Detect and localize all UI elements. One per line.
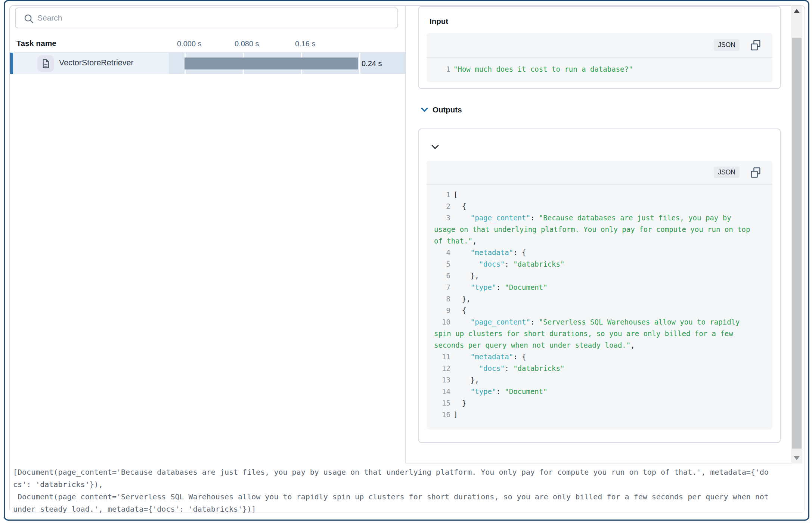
line-number: 3	[434, 212, 450, 224]
scrollbar-track[interactable]	[791, 6, 802, 463]
code-line: 14 "type": "Document"	[434, 386, 763, 397]
chevron-down-icon[interactable]	[421, 107, 428, 112]
line-number: 16	[434, 409, 450, 421]
input-card: Input JSON 1"How much does it cost to ru…	[418, 6, 781, 89]
line-number: 15	[434, 397, 450, 409]
raw-output-panel: [Document(page_content='Because database…	[10, 463, 805, 512]
code-line: 13 },	[434, 374, 763, 386]
line-number: 12	[434, 363, 450, 374]
code-line: 12 "docs": "databricks"	[434, 363, 763, 374]
timeline-tick-label: 0.080 s	[235, 40, 259, 48]
outputs-card: JSON 1[2 {3 "page_content": "Because dat…	[418, 128, 781, 443]
code-line: 15 }	[434, 397, 763, 409]
raw-output-line: Document(page_content='Serverless SQL Wa…	[13, 491, 805, 503]
selected-row-accent	[10, 53, 13, 74]
scroll-down-icon[interactable]	[794, 456, 800, 460]
json-format-badge[interactable]: JSON	[714, 39, 740, 51]
code-line: 6 },	[434, 270, 763, 282]
input-code-block: JSON 1"How much does it cost to run a da…	[427, 33, 772, 82]
line-number: 10	[434, 316, 450, 328]
scroll-up-icon[interactable]	[794, 9, 800, 13]
line-number: 9	[434, 305, 450, 316]
code-line: 1[	[434, 189, 763, 201]
outputs-title: Outputs	[433, 105, 462, 114]
code-line: 8 },	[434, 293, 763, 305]
line-number: 4	[434, 247, 450, 258]
search-input[interactable]	[37, 9, 388, 27]
document-icon	[37, 55, 54, 72]
line-number: 14	[434, 386, 450, 397]
line-number: 13	[434, 374, 450, 386]
line-number: 7	[434, 282, 450, 293]
code-line: 10 "page_content": "Serverless SQL Wareh…	[434, 316, 763, 328]
code-line: 11 "metadata": {	[434, 351, 763, 363]
outputs-code: 1[2 {3 "page_content": "Because database…	[427, 185, 772, 421]
search-icon	[23, 13, 34, 24]
code-line: seconds per query when not under steady …	[434, 339, 763, 351]
code-line: 1"How much does it cost to run a databas…	[434, 63, 763, 75]
duration-bar[interactable]	[185, 58, 358, 69]
copy-button[interactable]	[749, 38, 763, 52]
code-line: usage on that underlying platform. You o…	[434, 224, 763, 235]
copy-icon	[750, 39, 762, 51]
code-line: 16]	[434, 409, 763, 421]
line-number: 2	[434, 201, 450, 212]
line-number: 11	[434, 351, 450, 363]
line-number: 6	[434, 270, 450, 282]
line-number: 1	[434, 189, 450, 201]
raw-output-line: [Document(page_content='Because database…	[13, 466, 805, 478]
timeline-tick-label: 0.000 s	[177, 40, 202, 48]
raw-output-line: cs': 'databricks'}),	[13, 478, 805, 491]
timeline-gridline	[359, 53, 360, 74]
duration-label: 0.24 s	[362, 58, 382, 69]
input-code: 1"How much does it cost to run a databas…	[427, 58, 772, 75]
search-box	[15, 7, 398, 28]
line-number: 8	[434, 293, 450, 305]
json-format-badge[interactable]: JSON	[714, 167, 740, 178]
task-name-label: VectorStoreRetriever	[59, 58, 134, 68]
trace-viewer: Task name 0.000 s0.080 s0.16 s VectorSto…	[0, 0, 812, 524]
outputs-code-block: JSON 1[2 {3 "page_content": "Because dat…	[427, 161, 772, 430]
task-name-header: Task name	[16, 39, 56, 48]
raw-output-line: under steady load.', metadata={'docs': '…	[13, 503, 805, 515]
timeline-tick-label: 0.16 s	[295, 40, 315, 48]
line-number: 5	[434, 258, 450, 270]
code-line: spin up clusters for short durations, so…	[434, 328, 763, 339]
code-line: 2 {	[434, 201, 763, 212]
code-line: 4 "metadata": {	[434, 247, 763, 258]
copy-button[interactable]	[749, 165, 763, 180]
chevron-down-icon[interactable]	[431, 144, 439, 150]
code-line: 5 "docs": "databricks"	[434, 258, 763, 270]
code-line: 7 "type": "Document"	[434, 282, 763, 293]
copy-icon	[750, 167, 762, 179]
code-line: 9 {	[434, 305, 763, 316]
input-title: Input	[430, 17, 448, 26]
code-line: of that.",	[434, 235, 763, 247]
line-number: 1	[434, 63, 450, 75]
scrollbar-thumb[interactable]	[792, 38, 802, 449]
task-row[interactable]: VectorStoreRetriever 0.24 s	[10, 53, 405, 74]
code-line: 3 "page_content": "Because databases are…	[434, 212, 763, 224]
